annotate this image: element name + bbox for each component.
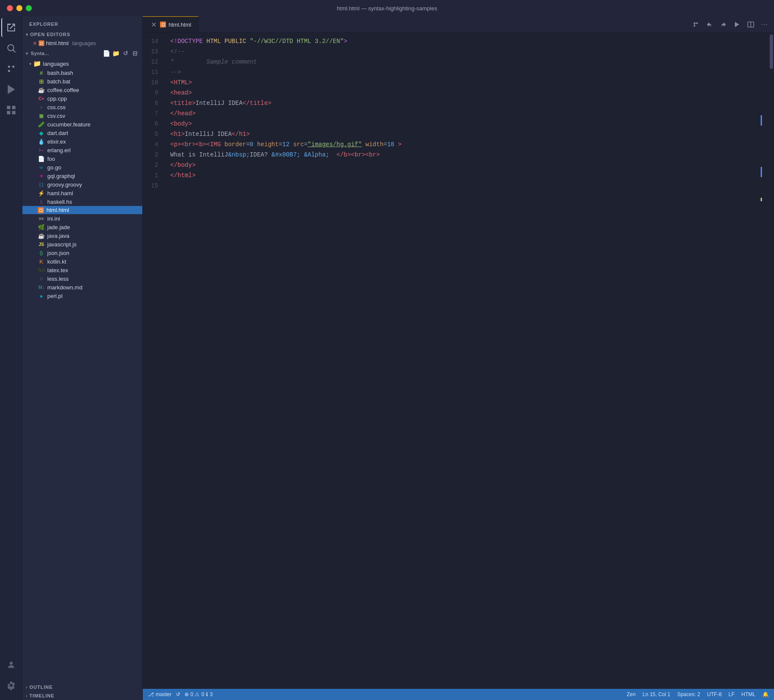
new-folder-button[interactable]: 📁 xyxy=(112,49,120,57)
file-item-haskell[interactable]: λ haskell.hs xyxy=(22,197,142,206)
line-ending[interactable]: LF xyxy=(728,691,734,697)
more-actions[interactable]: ··· xyxy=(759,18,771,31)
minimize-button[interactable] xyxy=(16,5,22,11)
file-item-erlang[interactable]: ⊢ erlang.erl xyxy=(22,146,142,154)
folder-languages[interactable]: ▾ 📁 languages xyxy=(22,59,142,68)
encoding-text: UTF-8 xyxy=(707,691,722,697)
file-item-bash[interactable]: # bash.bash xyxy=(22,68,142,77)
split-editor-action[interactable] xyxy=(745,18,757,31)
indentation[interactable]: Spaces: 2 xyxy=(677,691,700,697)
svg-point-5 xyxy=(8,70,10,72)
sync-status[interactable]: ↺ xyxy=(176,691,180,697)
file-item-java[interactable]: ☕ java.java xyxy=(22,231,142,240)
encoding[interactable]: UTF-8 xyxy=(707,691,722,697)
status-bar-right: Zen Ln 15, Col 1 Spaces: 2 UTF-8 LF HTML xyxy=(627,691,769,697)
notifications[interactable]: 🔔 xyxy=(762,691,769,697)
html-icon: ◻ xyxy=(38,207,44,213)
open-editor-file[interactable]: ✕ ◻ html.html languages xyxy=(22,39,142,48)
file-item-foo[interactable]: 📄 foo xyxy=(22,154,142,163)
file-item-go[interactable]: ∞ go.go xyxy=(22,163,142,172)
tab-filename: html.html xyxy=(169,21,191,28)
cursor-position[interactable]: Ln 15, Col 1 xyxy=(642,691,670,697)
editor-container: 14 13 12 11 10 9 8 7 6 5 4 3 2 1 15 <! xyxy=(143,33,774,689)
refresh-button[interactable]: ↺ xyxy=(122,49,129,57)
syntax-section-header: ▾ Synta... 📄 📁 ↺ ⊟ xyxy=(22,48,142,59)
collapse-button[interactable]: ⊟ xyxy=(131,49,139,57)
open-editors-section[interactable]: ▾ Open Editors xyxy=(22,30,142,39)
scrollbar-thumb[interactable] xyxy=(770,34,773,69)
line-num-6: 6 xyxy=(143,119,162,129)
file-item-less[interactable]: ≡ less.less xyxy=(22,274,142,283)
file-item-elixir[interactable]: 💧 elixir.ex xyxy=(22,137,142,146)
activity-explorer[interactable] xyxy=(1,18,20,37)
file-name-java: java.java xyxy=(47,233,69,239)
file-item-batch[interactable]: ⊞ batch.bat xyxy=(22,77,142,86)
file-item-coffee[interactable]: ☕ coffee.coffee xyxy=(22,86,142,94)
new-file-button[interactable]: 📄 xyxy=(103,49,111,57)
file-name-groovy: groovy.groovy xyxy=(47,181,82,188)
line-num-4: 4 xyxy=(143,139,162,150)
bash-icon: # xyxy=(38,69,45,76)
go-back-action[interactable] xyxy=(703,18,716,31)
file-item-csv[interactable]: ▦ csv.csv xyxy=(22,111,142,120)
file-item-css[interactable]: ≡ css.css xyxy=(22,103,142,111)
file-item-kotlin[interactable]: K kotlin.kt xyxy=(22,257,142,266)
line-num-12: 12 xyxy=(143,57,162,67)
file-item-haml[interactable]: ⚡ haml.haml xyxy=(22,189,142,197)
file-item-dart[interactable]: ◆ dart.dart xyxy=(22,129,142,137)
file-item-latex[interactable]: TeX latex.tex xyxy=(22,266,142,274)
file-name-perl: perl.pl xyxy=(47,293,62,299)
outline-section[interactable]: › Outline xyxy=(22,683,142,691)
run-action[interactable] xyxy=(731,18,743,31)
activity-extensions[interactable] xyxy=(2,101,21,120)
cpp-icon: C+ xyxy=(38,95,45,102)
elixir-icon: 💧 xyxy=(38,138,45,145)
line-num-1: 1 xyxy=(143,170,162,181)
svg-point-14 xyxy=(694,25,695,27)
close-button[interactable] xyxy=(7,5,13,11)
close-editor-icon[interactable]: ✕ xyxy=(33,40,37,46)
activity-search[interactable] xyxy=(2,39,21,58)
file-item-javascript[interactable]: JS javascript.js xyxy=(22,240,142,249)
file-tree: ▾ 📁 languages # bash.bash ⊞ batch.bat ☕ … xyxy=(22,59,142,683)
file-item-groovy[interactable]: ⟦⟧ groovy.groovy xyxy=(22,180,142,189)
file-item-jade[interactable]: 🌿 jade.jade xyxy=(22,223,142,231)
notification-icon: 🔔 xyxy=(762,691,769,697)
status-bar: ⎇ master ↺ ⊗ 0 ⚠ 0 ℹ 3 Zen xyxy=(143,689,774,700)
svg-point-1 xyxy=(8,45,14,51)
file-name-foo: foo xyxy=(47,156,55,162)
vertical-scrollbar[interactable] xyxy=(768,33,774,689)
file-item-cucumber[interactable]: 🥒 cucumber.feature xyxy=(22,120,142,129)
line-num-11: 11 xyxy=(143,67,162,77)
file-item-cpp[interactable]: C+ cpp.cpp xyxy=(22,94,142,103)
code-line-7: </head> xyxy=(170,108,768,119)
activity-settings[interactable] xyxy=(2,676,21,695)
info-count: 3 xyxy=(210,691,213,697)
file-item-perl[interactable]: ● perl.pl xyxy=(22,292,142,300)
window-title: html.html — syntax-highlighting-samples xyxy=(337,5,437,12)
language-mode[interactable]: HTML xyxy=(741,691,756,697)
go-forward-action[interactable] xyxy=(717,18,729,31)
file-item-markdown[interactable]: M↓ markdown.md xyxy=(22,283,142,292)
tab-html[interactable]: ✕ ◻ html.html xyxy=(143,16,199,32)
zen-mode[interactable]: Zen xyxy=(627,691,636,697)
file-item-json[interactable]: {} json.json xyxy=(22,249,142,257)
file-item-graphql[interactable]: ✦ gql.graphql xyxy=(22,172,142,180)
git-branch[interactable]: ⎇ master xyxy=(148,691,172,697)
source-control-action[interactable] xyxy=(690,18,702,31)
code-editor[interactable]: <!DOCTYPE HTML PUBLIC "-//W3C//DTD HTML … xyxy=(167,33,768,689)
timeline-section[interactable]: › Timeline xyxy=(22,691,142,700)
window-controls[interactable] xyxy=(7,5,32,11)
code-line-12: * Sample comment xyxy=(170,57,768,67)
activity-source-control[interactable] xyxy=(2,59,21,78)
maximize-button[interactable] xyxy=(26,5,32,11)
perl-icon: ● xyxy=(38,292,45,299)
file-item-html[interactable]: ◻ html.html xyxy=(22,206,142,214)
activity-run[interactable] xyxy=(2,80,21,99)
errors-count[interactable]: ⊗ 0 ⚠ 0 ℹ 3 xyxy=(184,691,213,697)
tab-close-button[interactable]: ✕ xyxy=(150,21,157,28)
folder-name: languages xyxy=(43,61,69,67)
activity-account[interactable] xyxy=(2,655,21,674)
line-num-10: 10 xyxy=(143,77,162,88)
file-item-ini[interactable]: ≡≡ ini.ini xyxy=(22,214,142,223)
